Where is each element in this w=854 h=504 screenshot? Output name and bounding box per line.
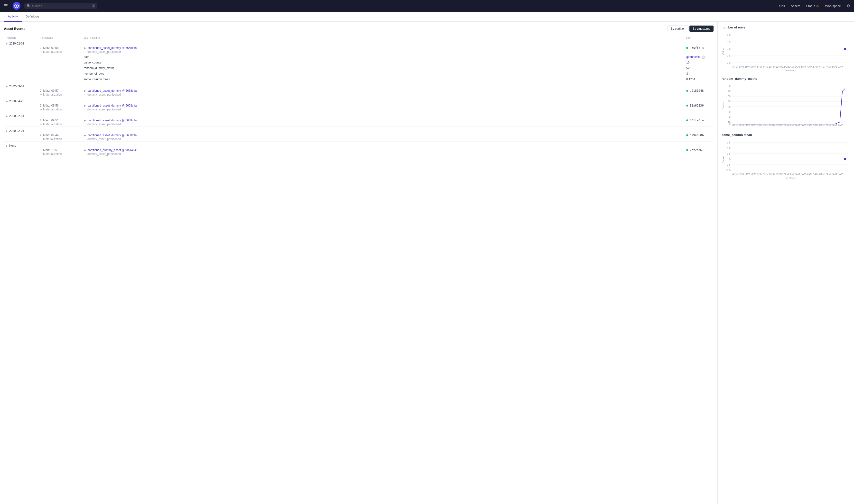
svg-text:-1,0: -1,0 (726, 169, 731, 172)
runs-link[interactable]: Runs (778, 4, 785, 8)
event-row: 2. März, 09:56 ✦ Materialization ◆ parti… (4, 103, 714, 112)
run-info: d79eb50b (686, 133, 712, 137)
pipeline-icon: ⋯ (84, 123, 86, 126)
svg-text:0: 0 (729, 123, 731, 126)
svg-text:3AM: 3AM (801, 173, 806, 176)
pipeline-icon: ⋯ (84, 93, 86, 96)
meta-key-cell: number of rows (82, 71, 684, 76)
job-cell: ◆ partitioned_asset_dummy @ 5658cffa ⋯ d… (82, 133, 684, 142)
partition-row[interactable]: ► 2020-02-01 (4, 127, 714, 133)
meta-empty (4, 59, 38, 65)
assets-link[interactable]: Assets (791, 4, 800, 8)
chevron-right-icon: ► (6, 144, 8, 147)
main-layout: Asset Events By partition By timestamp P… (0, 22, 854, 504)
diamond-icon: ✦ (40, 93, 42, 96)
run-id[interactable]: 835ffd13 (690, 46, 704, 50)
job-icon: ◆ (84, 149, 86, 151)
tab-activity[interactable]: Activity (4, 12, 22, 22)
partition-row[interactable]: ► 2022-03-01 (4, 82, 714, 89)
meta-empty (4, 71, 38, 76)
timestamp-cell: 2. März, 09:57 ✦ Materialization (38, 89, 82, 97)
svg-text:11PM: 11PM (775, 65, 782, 68)
svg-text:9PM: 9PM (763, 124, 769, 127)
job-link[interactable]: partitioned_asset_dummy @ 5658cffa (87, 46, 137, 50)
run-info: 835ffd13 (686, 46, 712, 50)
partition-row[interactable]: ► 2020-02-03 (4, 41, 714, 46)
timestamp-cell: 2. März, 09:44 ✦ Materialization (38, 133, 82, 142)
job-link[interactable]: partitioned_asset_dummy @ 5658cffa (87, 119, 137, 122)
toggle-by-partition[interactable]: By partition (667, 25, 689, 32)
timestamp-value: 2. März, 09:58 (40, 46, 80, 50)
svg-text:40: 40 (728, 105, 731, 108)
meta-value-link[interactable]: /path/to/file (686, 55, 701, 59)
job-icon: ◆ (84, 134, 86, 137)
svg-text:0: 0 (729, 158, 731, 161)
svg-text:2,5: 2,5 (727, 54, 731, 57)
svg-text:7PM: 7PM (751, 173, 756, 176)
status-link[interactable]: Status ⚠ (806, 4, 819, 8)
svg-text:1AM: 1AM (788, 124, 794, 127)
col-job: Job / Pipeline (82, 35, 684, 41)
svg-text:0,5: 0,5 (727, 152, 731, 155)
meta-key-cell: random_dummy_metric (82, 65, 684, 71)
svg-text:70: 70 (728, 90, 731, 93)
partition-value: 2020-04-20 (9, 100, 24, 103)
svg-text:4PM: 4PM (732, 173, 738, 176)
hamburger-icon[interactable]: ☰ (4, 3, 8, 8)
chart-number-of-rows: number of rows 4,0 3,5 3,0 2,5 2,0 (721, 25, 850, 71)
run-id[interactable]: d79eb50b (690, 133, 704, 137)
event-row: 1. März, 15:51 ✦ Materialization ◆ parti… (4, 148, 714, 156)
svg-text:9AM: 9AM (838, 65, 843, 68)
logo (13, 2, 20, 10)
pipeline-icon: ⋯ (84, 138, 86, 141)
svg-text:3AM: 3AM (801, 65, 806, 68)
asset-events-header: Asset Events By partition By timestamp (4, 25, 714, 32)
settings-icon[interactable]: ⚙ (847, 4, 850, 8)
svg-text:1,5: 1,5 (727, 141, 731, 144)
run-id[interactable]: a9181948 (690, 89, 704, 92)
run-info: a9181948 (686, 89, 712, 92)
copy-icon[interactable]: 📋 (702, 55, 705, 58)
svg-text:12AM: 12AM (782, 173, 789, 176)
search-box[interactable]: 🔍 / (24, 3, 98, 9)
job-link[interactable]: partitioned_asset_dummy @ 5658cffa (87, 133, 137, 137)
chart-container-random: 80 70 60 50 40 30 20 10 0 4PM 5PM 6PM 7P… (721, 84, 850, 127)
workspace-link[interactable]: Workspace (825, 4, 841, 8)
job-link[interactable]: partitioned_asset_dummy @ 5658cffa (87, 89, 137, 92)
job-link[interactable]: partitioned_dummy_asset @ fab14841 (87, 148, 138, 152)
event-row: 2. März, 09:51 ✦ Materialization ◆ parti… (4, 118, 714, 127)
job-cell: ◆ partitioned_asset_dummy @ 5658cffa ⋯ d… (82, 118, 684, 127)
partition-row[interactable]: ► 2020-02-01 (4, 112, 714, 119)
pipeline-icon: ⋯ (84, 50, 86, 54)
materialization-label: ✦ Materialization (40, 152, 80, 156)
toggle-by-timestamp[interactable]: By timestamp (690, 25, 714, 32)
search-input[interactable] (32, 4, 91, 8)
search-icon: 🔍 (27, 4, 31, 8)
partition-row[interactable]: ► 2020-04-20 (4, 97, 714, 104)
chart-title-random: random_dummy_metric (721, 77, 850, 80)
svg-text:4,0: 4,0 (727, 34, 731, 36)
partition-row[interactable]: ► None (4, 142, 714, 148)
run-id[interactable]: 02a63236 (690, 104, 704, 107)
tab-definition[interactable]: Definition (22, 12, 42, 22)
meta-value-cell: /path/to/file📋 (684, 54, 714, 59)
partition-cell (4, 133, 38, 142)
svg-text:60: 60 (728, 95, 731, 98)
svg-text:7PM: 7PM (751, 65, 756, 68)
svg-text:2,0: 2,0 (727, 61, 731, 64)
event-row: 2. März, 09:44 ✦ Materialization ◆ parti… (4, 133, 714, 142)
meta-key: path (84, 55, 89, 59)
partition-cell (4, 118, 38, 127)
meta-empty (4, 76, 38, 82)
search-shortcut: / (92, 4, 95, 7)
run-id[interactable]: 001fe3fa (690, 119, 704, 122)
run-cell: 2ef2dd67 (684, 148, 714, 156)
meta-key: number of rows (84, 72, 104, 75)
partition-value: None (9, 144, 16, 147)
svg-point-1 (16, 5, 17, 6)
run-status-dot (686, 120, 688, 121)
run-id[interactable]: 2ef2dd67 (690, 148, 704, 152)
svg-text:7AM: 7AM (825, 124, 831, 127)
job-link[interactable]: partitioned_asset_dummy @ 5658cffa (87, 104, 137, 107)
meta-empty2 (38, 54, 82, 59)
